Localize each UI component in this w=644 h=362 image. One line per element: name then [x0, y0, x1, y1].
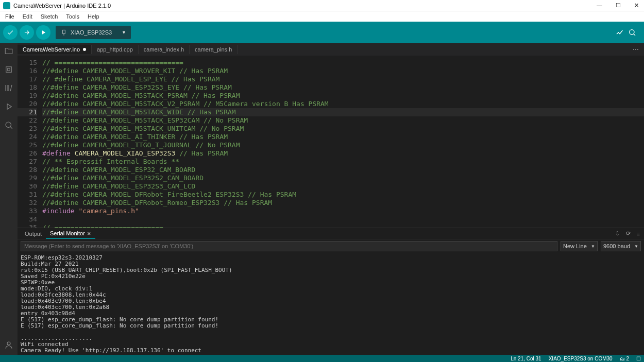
- line-number: 21: [18, 108, 37, 116]
- verify-button[interactable]: [3, 25, 18, 40]
- statusbar: Ln 21, Col 31 XIAO_ESP32S3 on COM30 🗂 2 …: [0, 355, 644, 362]
- menubar: FileEditSketchToolsHelp: [0, 11, 644, 22]
- status-board-port[interactable]: XIAO_ESP32S3 on COM30: [549, 356, 613, 361]
- line-number: 28: [18, 166, 37, 174]
- sidebar-boards-icon[interactable]: [3, 64, 14, 75]
- tab-label: camera_pins.h: [195, 46, 232, 53]
- line-gutter: 1516171819202122232425262728293031323334…: [18, 56, 42, 228]
- line-number: 17: [18, 75, 37, 83]
- menu-sketch[interactable]: Sketch: [38, 12, 61, 21]
- tab-camera_pins-h[interactable]: camera_pins.h: [190, 45, 238, 54]
- tabs-overflow-button[interactable]: ⋯: [628, 46, 644, 53]
- line-number: 27: [18, 158, 37, 166]
- code-line[interactable]: // #define CAMERA_MODEL_ESP_EYE // Has P…: [42, 75, 644, 83]
- line-number: 29: [18, 174, 37, 182]
- code-line[interactable]: #define CAMERA_MODEL_XIAO_ESP32S3 // Has…: [42, 149, 644, 158]
- menu-tools[interactable]: Tools: [63, 12, 82, 21]
- svg-line-3: [634, 34, 635, 36]
- line-number: 34: [18, 215, 37, 223]
- dirty-indicator-icon: [83, 48, 86, 51]
- tab-label: CameraWebServer.ino: [23, 46, 80, 53]
- arduino-app-icon: [3, 2, 10, 9]
- code-content[interactable]: // ================================//#de…: [42, 56, 644, 228]
- svg-rect-0: [63, 30, 65, 33]
- line-number: 15: [18, 59, 37, 67]
- panel-tab-serial-monitor[interactable]: Serial Monitor✕: [46, 229, 95, 239]
- panel-tab-output[interactable]: Output: [21, 229, 46, 238]
- panel-clear-button[interactable]: ⟳: [625, 230, 632, 237]
- line-number: 16: [18, 67, 37, 75]
- code-line[interactable]: //#define CAMERA_MODEL_ESP32S3_EYE // Ha…: [42, 83, 644, 92]
- upload-button[interactable]: [20, 25, 34, 40]
- close-icon[interactable]: ✕: [87, 231, 91, 236]
- toolbar: XIAO_ESP32S3 ▼: [0, 22, 644, 43]
- line-number: 26: [18, 149, 37, 158]
- code-line[interactable]: //#define CAMERA_MODEL_ESP32S2_CAM_BOARD: [42, 174, 644, 182]
- line-number: 25: [18, 141, 37, 149]
- menu-edit[interactable]: Edit: [20, 12, 36, 21]
- sidebar-account-icon[interactable]: [3, 339, 14, 351]
- code-area[interactable]: 1516171819202122232425262728293031323334…: [18, 56, 644, 228]
- tab-app_httpd-cpp[interactable]: app_httpd.cpp: [92, 45, 139, 54]
- menu-file[interactable]: File: [2, 12, 18, 21]
- maximize-button[interactable]: ☐: [614, 2, 623, 9]
- tab-label: app_httpd.cpp: [97, 46, 133, 53]
- line-number: 32: [18, 199, 37, 207]
- code-line[interactable]: //#define CAMERA_MODEL_DFRobot_Romeo_ESP…: [42, 199, 644, 207]
- titlebar: CameraWebServer | Arduino IDE 2.1.0 — ☐ …: [0, 0, 644, 11]
- panel-expand-button[interactable]: ⇩: [614, 230, 621, 237]
- menu-help[interactable]: Help: [84, 12, 103, 21]
- code-line[interactable]: //#define CAMERA_MODEL_ESP32S3_CAM_LCD: [42, 182, 644, 191]
- svg-point-8: [7, 342, 10, 345]
- code-line[interactable]: //#define CAMERA_MODEL_M5STACK_ESP32CAM …: [42, 116, 644, 125]
- serial-plotter-button[interactable]: [615, 28, 624, 37]
- serial-monitor-button[interactable]: [628, 28, 637, 37]
- code-line[interactable]: //#define CAMERA_MODEL_M5STACK_WIDE // H…: [42, 108, 644, 116]
- code-line[interactable]: // ** Espressif Internal Boards **: [42, 158, 644, 166]
- serial-message-input[interactable]: [21, 241, 557, 251]
- usb-icon: [60, 29, 67, 36]
- svg-point-2: [630, 30, 634, 35]
- code-line[interactable]: //#define CAMERA_MODEL_ESP32_CAM_BOARD: [42, 166, 644, 174]
- status-close-panel[interactable]: ☐: [636, 356, 641, 361]
- line-number: 33: [18, 207, 37, 215]
- close-window-button[interactable]: ✕: [632, 2, 641, 9]
- code-line[interactable]: //#define CAMERA_MODEL_M5STACK_PSRAM // …: [42, 92, 644, 100]
- main: CameraWebServer.inoapp_httpd.cppcamera_i…: [0, 43, 644, 355]
- tab-camerawebserver-ino[interactable]: CameraWebServer.ino: [18, 45, 92, 54]
- code-line[interactable]: [42, 215, 644, 223]
- status-cursor: Ln 21, Col 31: [511, 356, 541, 361]
- serial-output[interactable]: ESP-ROM:esp32s3-20210327 Build:Mar 27 20…: [18, 253, 644, 355]
- code-line[interactable]: #include "camera_pins.h": [42, 207, 644, 215]
- code-line[interactable]: // ================================: [42, 59, 644, 67]
- code-line[interactable]: //#define CAMERA_MODEL_TTGO_T_JOURNAL //…: [42, 141, 644, 149]
- window-controls: — ☐ ✕: [595, 2, 641, 9]
- tab-camera_index-h[interactable]: camera_index.h: [139, 45, 190, 54]
- tab-label: camera_index.h: [144, 46, 184, 53]
- board-selector[interactable]: XIAO_ESP32S3 ▼: [56, 26, 131, 39]
- chevron-down-icon: ▼: [122, 30, 126, 35]
- sidebar-debug-icon[interactable]: [3, 101, 14, 112]
- line-ending-select[interactable]: New Line▼: [561, 241, 598, 251]
- code-line[interactable]: //#define CAMERA_MODEL_M5STACK_V2_PSRAM …: [42, 100, 644, 108]
- line-number: 31: [18, 191, 37, 199]
- sidebar-search-icon[interactable]: [3, 119, 14, 131]
- sidebar-library-icon[interactable]: [3, 82, 14, 94]
- code-line[interactable]: //#define CAMERA_MODEL_DFRobot_FireBeetl…: [42, 191, 644, 199]
- panel-settings-button[interactable]: ≡: [636, 231, 641, 237]
- svg-rect-4: [6, 67, 12, 73]
- code-line[interactable]: //#define CAMERA_MODEL_AI_THINKER // Has…: [42, 133, 644, 141]
- svg-line-7: [10, 127, 12, 129]
- line-number: 19: [18, 92, 37, 100]
- editor: CameraWebServer.inoapp_httpd.cppcamera_i…: [18, 43, 644, 355]
- baud-rate-select[interactable]: 9600 baud▼: [601, 241, 641, 251]
- code-line[interactable]: // ===========================: [42, 223, 644, 228]
- line-number: 18: [18, 83, 37, 92]
- code-line[interactable]: //#define CAMERA_MODEL_M5STACK_UNITCAM /…: [42, 125, 644, 133]
- window-title: CameraWebServer | Arduino IDE 2.1.0: [13, 3, 595, 9]
- code-line[interactable]: //#define CAMERA_MODEL_WROVER_KIT // Has…: [42, 67, 644, 75]
- minimize-button[interactable]: —: [595, 2, 604, 9]
- status-notifications[interactable]: 🗂 2: [620, 356, 629, 361]
- sidebar-sketchbook-icon[interactable]: [3, 45, 14, 57]
- debug-button[interactable]: [36, 25, 50, 40]
